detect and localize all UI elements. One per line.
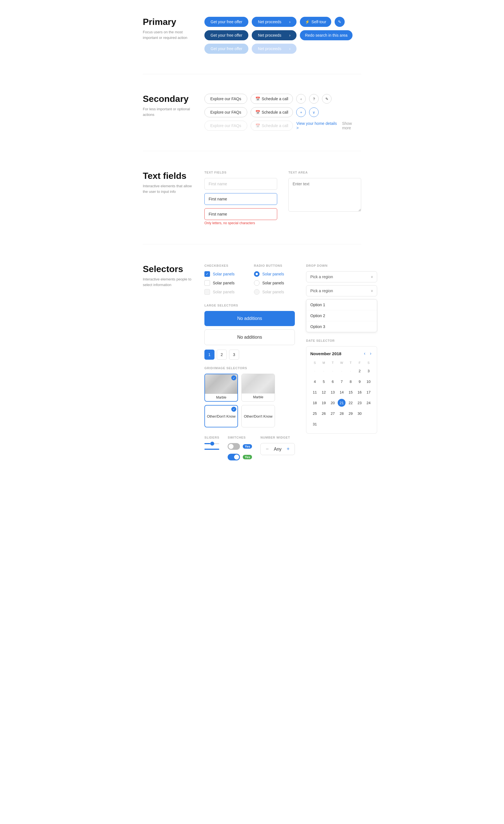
cal-day-17[interactable]: 17 bbox=[364, 387, 373, 397]
radio-row-empty[interactable]: Solar panels bbox=[254, 280, 295, 286]
grid-selectors-wrap: GRID/IMAGE SELECTORS Marble ✓ Marble bbox=[204, 367, 295, 427]
self-tour-label: Self-tour bbox=[311, 20, 326, 24]
grid-marble-inactive[interactable]: Marble bbox=[241, 374, 275, 402]
cal-day-20[interactable]: 20 bbox=[328, 397, 337, 408]
cal-day-30[interactable]: 30 bbox=[355, 408, 364, 419]
cal-day-5[interactable]: 5 bbox=[319, 376, 328, 387]
get-offer-button-2[interactable]: Get your free offer bbox=[204, 30, 248, 40]
checkbox-row-empty[interactable]: Solar panels bbox=[204, 280, 245, 286]
cal-day-12[interactable]: 12 bbox=[319, 387, 328, 397]
dropdown-1[interactable]: Pick a region bbox=[306, 271, 377, 282]
radio-selected[interactable] bbox=[254, 271, 260, 277]
cal-day-23[interactable]: 23 bbox=[355, 397, 364, 408]
grid-other-selected[interactable]: Other/Don't Know ✓ bbox=[204, 405, 238, 427]
cal-day-28[interactable]: 28 bbox=[337, 408, 346, 419]
net-proceeds-button-2[interactable]: Net proceeds › bbox=[252, 30, 297, 40]
dropdown-opt-2[interactable]: Option 2 bbox=[306, 310, 377, 321]
dropdown-opt-3[interactable]: Option 3 bbox=[306, 321, 377, 332]
cal-day-16[interactable]: 16 bbox=[355, 387, 364, 397]
checkbox-row-checked[interactable]: ✓ Solar panels bbox=[204, 271, 245, 277]
cal-day-10[interactable]: 10 bbox=[364, 376, 373, 387]
primary-label: Primary Focus users on the most importan… bbox=[143, 17, 204, 57]
radios-col: RADIO BUTTONS Solar panels Solar panels … bbox=[254, 264, 295, 298]
cal-day-19[interactable]: 19 bbox=[319, 397, 328, 408]
checkbox-empty[interactable] bbox=[204, 280, 210, 286]
plus-button[interactable]: + bbox=[296, 107, 306, 117]
cal-day-11[interactable]: 11 bbox=[310, 387, 319, 397]
cal-day-31[interactable]: 31 bbox=[310, 419, 319, 429]
get-offer-button-disabled: Get your free offer bbox=[204, 44, 248, 54]
grid-row-2: Other/Don't Know ✓ Other/Don't Know bbox=[204, 405, 295, 427]
cal-day-25[interactable]: 25 bbox=[310, 408, 319, 419]
get-offer-button-1[interactable]: Get your free offer bbox=[204, 17, 248, 27]
radio-row-disabled: Solar panels bbox=[254, 289, 295, 295]
slider-1-thumb[interactable] bbox=[210, 442, 214, 445]
net-proceeds-arrow-2: › bbox=[289, 33, 291, 37]
secondary-label: Secondary For less important or optional… bbox=[143, 94, 204, 134]
page-btn-1[interactable]: 1 bbox=[204, 349, 214, 359]
cal-day-21[interactable]: 21 bbox=[337, 397, 346, 408]
net-proceeds-button-1[interactable]: Net proceeds › bbox=[252, 17, 297, 27]
cal-day-2[interactable]: 2 bbox=[355, 366, 364, 376]
large-sel-active-btn[interactable]: No additions bbox=[204, 311, 295, 326]
cb-radio-row: CHECKBOXES ✓ Solar panels Solar panels S… bbox=[204, 264, 295, 298]
pencil-button-1[interactable]: ✎ bbox=[334, 17, 345, 27]
cal-day-empty-1: · bbox=[310, 366, 319, 376]
number-col: NUMBER WIDGET − Any + bbox=[261, 436, 295, 465]
cal-day-8[interactable]: 8 bbox=[346, 376, 355, 387]
number-increment-btn[interactable]: + bbox=[286, 446, 291, 452]
number-decrement-btn[interactable]: − bbox=[265, 446, 270, 452]
explore-faqs-button-1[interactable]: Explore our FAQs bbox=[204, 94, 247, 104]
view-home-details-link[interactable]: View your home details > bbox=[296, 121, 338, 130]
slider-1-wrap bbox=[204, 443, 219, 444]
grid-marble-selected[interactable]: Marble ✓ bbox=[204, 374, 238, 402]
dropdown-2[interactable]: Pick a region bbox=[306, 285, 377, 296]
self-tour-button[interactable]: ⚡ Self-tour bbox=[300, 17, 331, 27]
cal-day-4[interactable]: 4 bbox=[310, 376, 319, 387]
explore-faqs-button-2[interactable]: Explore our FAQs bbox=[204, 107, 247, 117]
grid-other-inactive[interactable]: Other/Don't Know bbox=[241, 405, 275, 427]
cal-day-empty-6 bbox=[364, 408, 373, 419]
cal-day-27[interactable]: 27 bbox=[328, 408, 337, 419]
switch-1-off[interactable] bbox=[228, 443, 240, 450]
chevron-left-button-1[interactable]: ‹ bbox=[296, 94, 306, 104]
redo-search-button[interactable]: Redo search in this area bbox=[300, 30, 352, 40]
checkbox-checked[interactable]: ✓ bbox=[204, 271, 210, 277]
cal-day-24[interactable]: 24 bbox=[364, 397, 373, 408]
firstname-input-2[interactable] bbox=[204, 193, 277, 205]
switch-2-on[interactable] bbox=[228, 454, 240, 460]
cal-day-13[interactable]: 13 bbox=[328, 387, 337, 397]
question-button-1[interactable]: ? bbox=[309, 94, 319, 104]
cal-day-29[interactable]: 29 bbox=[346, 408, 355, 419]
radio-label-2: Solar panels bbox=[262, 281, 284, 285]
cal-next-btn[interactable]: › bbox=[368, 350, 373, 356]
cal-day-14[interactable]: 14 bbox=[337, 387, 346, 397]
text-fields-desc: Interactive elements that allow the user… bbox=[143, 183, 196, 194]
explore-faqs-button-disabled: Explore our FAQs bbox=[204, 121, 247, 131]
calendar-grid: S M T W T F S bbox=[310, 360, 373, 429]
cal-day-22[interactable]: 22 bbox=[346, 397, 355, 408]
text-fields-content: TEXT FIELDS Only letters, no special cha… bbox=[204, 171, 361, 227]
page-btn-2[interactable]: 2 bbox=[217, 349, 227, 359]
cal-day-26[interactable]: 26 bbox=[319, 408, 328, 419]
firstname-input-1[interactable] bbox=[204, 178, 277, 190]
radio-empty[interactable] bbox=[254, 280, 260, 286]
cal-day-18[interactable]: 18 bbox=[310, 397, 319, 408]
chevron-down-button[interactable]: ∨ bbox=[309, 107, 319, 117]
large-sel-inactive-btn[interactable]: No additions bbox=[204, 329, 295, 345]
cal-prev-btn[interactable]: ‹ bbox=[362, 350, 367, 356]
schedule-call-button-1[interactable]: 📅 Schedule a call bbox=[250, 94, 293, 104]
text-area-input[interactable] bbox=[288, 178, 361, 212]
dropdown-opt-1[interactable]: Option 1 bbox=[306, 300, 377, 310]
pencil-outline-button-1[interactable]: ✎ bbox=[322, 94, 331, 104]
cal-day-3[interactable]: 3 bbox=[364, 366, 373, 376]
cal-day-15[interactable]: 15 bbox=[346, 387, 355, 397]
firstname-input-3[interactable] bbox=[204, 208, 277, 220]
page-btn-3[interactable]: 3 bbox=[229, 349, 239, 359]
radio-row-selected[interactable]: Solar panels bbox=[254, 271, 295, 277]
cal-day-7[interactable]: 7 bbox=[337, 376, 346, 387]
show-more-link[interactable]: Show more bbox=[342, 121, 361, 130]
schedule-call-button-2[interactable]: 📅 Schedule a call bbox=[250, 107, 293, 117]
cal-day-9[interactable]: 9 bbox=[355, 376, 364, 387]
cal-day-6[interactable]: 6 bbox=[328, 376, 337, 387]
